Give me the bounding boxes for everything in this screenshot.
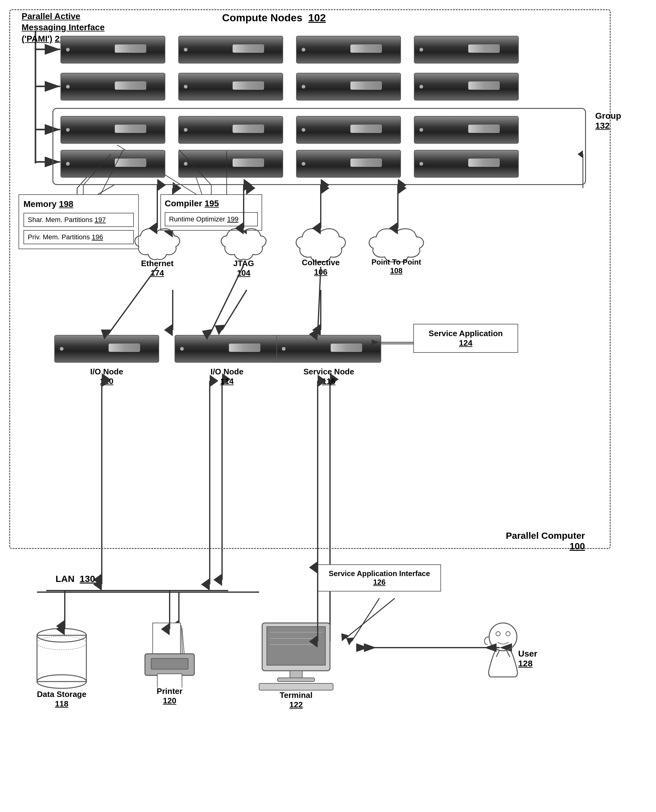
- service-node-area: Service Node 116: [274, 333, 383, 386]
- group-num: 132: [595, 121, 610, 130]
- printer-text: Printer: [157, 687, 183, 696]
- server-1-4: [414, 36, 519, 63]
- server-1-3: [296, 36, 401, 63]
- io-node-2-area: I/O Node 114: [173, 333, 281, 386]
- runtime-num: 199: [227, 215, 238, 223]
- data-storage-area: Data Storage 118: [31, 626, 93, 709]
- compiler-text: Compiler: [165, 199, 202, 208]
- service-node-label: Service Node 116: [274, 367, 383, 386]
- io-node-1-area: I/O Node 110: [53, 333, 161, 386]
- data-storage-text: Data Storage: [37, 690, 87, 699]
- io-node-1-num: 110: [100, 377, 113, 386]
- data-storage-num: 118: [55, 699, 68, 708]
- runtime-box: Runtime Optimizer 199: [165, 212, 258, 226]
- server-3-3: [296, 116, 401, 144]
- sai-box: Service Application Interface 126: [318, 565, 441, 591]
- terminal-svg: [253, 620, 339, 691]
- ethernet-cloud: Ethernet 174: [130, 225, 185, 278]
- io-node-2-num: 114: [220, 377, 234, 386]
- point-to-point-cloud: Point To Point 108: [361, 225, 432, 275]
- io-node-1-device: [54, 335, 159, 363]
- data-storage-label: Data Storage 118: [31, 690, 93, 709]
- svg-line-34: [345, 598, 395, 638]
- server-1-2: [178, 36, 283, 63]
- server-3-2: [178, 116, 283, 144]
- service-app-box: Service Application 124: [413, 324, 518, 353]
- user-label: User 128: [518, 649, 537, 668]
- compute-row-2: [59, 71, 521, 102]
- svg-rect-53: [290, 671, 302, 679]
- server-3-4: [414, 116, 519, 144]
- ethernet-num: 174: [150, 268, 164, 278]
- svg-rect-47: [157, 674, 182, 688]
- group-label: Group 132: [595, 111, 621, 131]
- service-node-device: [276, 335, 381, 363]
- shar-mem-box: Shar. Mem. Partitions 197: [23, 213, 134, 227]
- server-2-3: [296, 73, 401, 101]
- lan-label: LAN 130: [56, 574, 95, 584]
- collective-text: Collective: [302, 258, 340, 267]
- compute-nodes-text: Compute Nodes: [222, 12, 303, 23]
- io-node-1-text: I/O Node: [90, 367, 123, 376]
- user-area: User 128: [469, 620, 537, 709]
- compiler-num: 195: [204, 199, 219, 208]
- svg-point-58: [506, 632, 510, 636]
- compiler-title: Compiler 195: [165, 199, 258, 209]
- parallel-computer-label: Parallel Computer 100: [506, 531, 585, 551]
- service-app-num: 124: [459, 338, 472, 348]
- sai-num: 126: [373, 578, 385, 586]
- svg-line-59: [496, 651, 499, 657]
- parallel-computer-num: 100: [569, 541, 585, 551]
- server-4-2: [178, 150, 283, 178]
- service-node-num: 116: [322, 377, 335, 386]
- parallel-computer-text: Parallel Computer: [506, 531, 585, 541]
- runtime-text: Runtime Optimizer: [169, 215, 225, 223]
- terminal-text: Terminal: [280, 690, 313, 700]
- compute-row-3: [59, 114, 521, 145]
- priv-mem-text: Priv. Mem. Partitions: [28, 233, 90, 241]
- server-2-1: [60, 73, 165, 101]
- io-node-1-label: I/O Node 110: [53, 367, 161, 386]
- sai-text: Service Application Interface: [329, 569, 430, 578]
- memory-text: Memory: [23, 199, 56, 209]
- server-3-1: [60, 116, 165, 144]
- svg-rect-44: [153, 623, 180, 657]
- terminal-area: Terminal 122: [253, 620, 339, 710]
- server-2-4: [414, 73, 519, 101]
- collective-num: 106: [314, 268, 327, 277]
- terminal-label: Terminal 122: [253, 690, 339, 710]
- svg-rect-46: [151, 659, 188, 669]
- memory-box: Memory 198 Shar. Mem. Partitions 197 Pri…: [19, 194, 139, 249]
- io-node-2-device: [175, 335, 279, 363]
- memory-title: Memory 198: [23, 199, 134, 209]
- server-1-1: [60, 36, 165, 63]
- memory-num: 198: [59, 199, 73, 209]
- service-app-text: Service Application: [429, 329, 503, 338]
- svg-rect-55: [259, 684, 333, 690]
- printer-label: Printer 120: [136, 687, 204, 705]
- jtag-cloud: JTAG 104: [216, 225, 271, 278]
- svg-rect-54: [278, 678, 314, 682]
- printer-num: 120: [163, 696, 176, 705]
- svg-line-60: [507, 651, 510, 657]
- server-4-1: [60, 150, 165, 178]
- shar-mem-text: Shar. Mem. Partitions: [28, 216, 93, 224]
- compute-nodes-num: 102: [308, 12, 326, 23]
- io-node-2-label: I/O Node 114: [173, 367, 281, 386]
- data-storage-svg: [31, 626, 93, 691]
- ptp-num: 108: [390, 266, 402, 275]
- terminal-num: 122: [289, 700, 303, 709]
- group-text: Group: [595, 111, 621, 121]
- service-node-text: Service Node: [303, 367, 354, 376]
- shar-mem-num: 197: [94, 216, 106, 224]
- ptp-text: Point To Point: [371, 258, 421, 266]
- compute-nodes-label: Compute Nodes 102: [222, 12, 326, 24]
- server-2-2: [178, 73, 283, 101]
- svg-point-56: [489, 623, 517, 651]
- jtag-text: JTAG: [233, 259, 254, 268]
- compute-row-4: [59, 148, 521, 179]
- ethernet-text: Ethernet: [141, 259, 173, 268]
- printer-area: Printer 120: [136, 620, 204, 705]
- io-node-2-text: I/O Node: [210, 367, 244, 376]
- printer-svg: [136, 620, 204, 688]
